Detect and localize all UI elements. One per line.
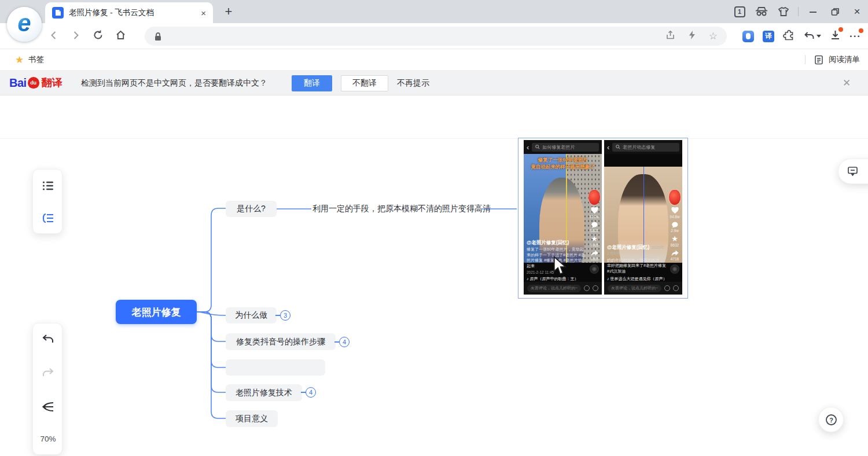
collapsed-count-badge-why[interactable]: 3 [280,310,290,321]
minimize-button[interactable] [802,0,824,23]
music-record-icon-right[interactable] [670,264,679,274]
extensions-icon[interactable] [783,30,795,43]
browser-menu-button[interactable]: ··· [849,31,861,42]
mention-icon-left[interactable] [593,285,598,291]
dont-remind-link[interactable]: 不再提示 [397,78,429,89]
favorite-star-icon-right[interactable]: ★ [671,235,678,242]
mindmap-connectors [0,139,868,456]
douyin-left-username[interactable]: @老照片修复(回忆) [527,240,586,245]
comment-bubble-icon-right[interactable] [671,222,678,228]
question-mark-icon: ? [825,414,837,426]
mindmap-node-tech[interactable]: 老照片修复技术 [226,384,302,401]
mouse-cursor [553,256,568,276]
comment-bubble-icon[interactable] [591,222,598,228]
comment-input-left[interactable]: 友善评论，说点儿好听的~ [527,285,581,292]
douyin-back-icon: ‹ [527,144,529,151]
translate-extension-icon[interactable]: 译 [763,31,774,42]
collapsed-count-badge-steps[interactable]: 4 [339,337,350,347]
emoji-icon-left[interactable] [584,285,590,291]
music-record-icon[interactable] [590,264,599,274]
bookmark-bar-separator [805,55,806,64]
douyin-right-description: 奶奶年轻时候唯一保存的照片，幸好把她修复回来了#老照片修复 #武汉加油 [607,258,666,274]
share-page-icon[interactable] [665,30,675,42]
browser-logo-letter: e [17,11,31,35]
mindmap-node-what[interactable]: 是什么? [226,201,277,217]
fit-to-center-button[interactable] [33,401,63,413]
no-translate-button[interactable]: 不翻译 [341,75,388,91]
mindmap-image-node[interactable]: ‹ 如何修复老照片 修复了一张60年老照片 [518,138,688,299]
mindmap-view-button[interactable] [33,202,63,234]
douyin-search-icon [535,145,540,149]
mindmap-canvas[interactable]: 老照片修复 是什么? 利用一定的手段，把原本模糊不清的照片变得高清 为什么做 3… [0,139,868,456]
mindmap-detail-text[interactable]: 利用一定的手段，把原本模糊不清的照片变得高清 [312,204,491,214]
tab-close-icon[interactable]: × [201,9,206,17]
zoom-level[interactable]: 70% [33,435,63,443]
quick-actions-lightning-icon[interactable] [688,30,696,42]
bookmark-folder-star-icon[interactable]: ★ [15,54,24,66]
downloads-alert-dot [838,27,843,32]
close-window-button[interactable]: × [846,0,868,23]
baidu-logo-bai: Bai [9,76,27,90]
theme-skin-icon[interactable] [773,0,795,23]
activity-sticker-icon-right [669,190,681,205]
like-heart-icon-right[interactable] [671,207,679,214]
douyin-right-caption: @老照片修复(回忆)2020年2月5日 奶奶年轻时候唯一保存的照片，幸好把她修复… [607,244,666,282]
address-bar[interactable]: ☆ [145,27,727,46]
mindmap-node-empty[interactable] [226,359,325,376]
translate-button[interactable]: 翻译 [292,75,332,91]
douyin-left-topbar: ‹ 如何修复老照片 [524,140,602,154]
view-switch-panel [32,169,62,234]
share-arrow-icon-right[interactable] [671,250,679,256]
translate-bar-close-icon[interactable]: ✕ [843,77,851,89]
home-button[interactable] [115,30,126,43]
reading-list-icon[interactable] [814,55,823,65]
redo-button[interactable] [33,367,63,378]
bookmark-star-icon[interactable]: ☆ [709,31,718,41]
outline-view-button[interactable] [33,170,63,202]
browser-tab-active[interactable]: 老照片修复 - 飞书云文档 × [45,2,213,23]
like-heart-icon[interactable] [591,207,598,214]
undo-dropdown-caret[interactable] [816,35,821,38]
undo-closed-tab-button[interactable] [804,31,821,41]
new-tab-button[interactable]: + [219,3,238,20]
comment-panel-toggle[interactable] [838,159,868,184]
forward-button[interactable] [71,30,81,43]
browser-logo[interactable]: e [7,7,42,42]
douyin-left-action-rail: 11.2w 5822 ★ 7965 1865 [589,190,600,274]
mention-icon-right[interactable] [673,285,679,291]
browser-window: e 老照片修复 - 飞书云文档 × + 1 [0,0,868,456]
restore-button[interactable] [824,0,846,23]
douyin-right-music[interactable]: ♪ 世界这么大还是遇见你（原声） [607,276,666,282]
photo-overlay-caption: 修复了一张60年老照片 竟自动起来的样子超乎想象了 [524,157,602,171]
menu-alert-dot [859,28,863,33]
favorite-star-icon-left[interactable]: ★ [591,235,598,242]
mindmap-node-meaning[interactable]: 项目意义 [226,410,278,427]
incognito-icon[interactable] [751,0,773,23]
help-button[interactable]: ? [818,407,844,432]
downloads-button[interactable] [830,30,841,43]
back-button[interactable] [49,30,59,43]
mindmap-node-why[interactable]: 为什么做 [226,307,277,323]
mindmap-node-steps[interactable]: 修复类抖音号的操作步骤 [226,333,336,350]
mindmap-root-node[interactable]: 老照片修复 [116,300,197,324]
baidu-translate-logo: Bai du 翻译 [9,76,62,90]
emoji-icon-right[interactable] [664,285,670,291]
window-controls: 1 × [729,0,868,23]
feishu-doc-header: 老照片修复 ☆ 我的空间 已经保存到云端 分享 ··· 0 [0,95,868,139]
douyin-left-comment-bar: 友善评论，说点儿好听的~ [524,282,602,295]
reading-list-label[interactable]: 阅读清单 [829,54,860,65]
douyin-left-music[interactable]: ♪ 原声（原声中的歌曲：王） [527,276,586,282]
bookmarks-label[interactable]: 书签 [28,54,44,65]
comment-icon [847,166,858,176]
share-arrow-icon[interactable] [591,250,598,256]
douyin-right-username[interactable]: @老照片修复(回忆)2020年2月5日 [607,244,666,256]
baidu-logo-product: 翻译 [42,76,62,90]
undo-button[interactable] [33,334,63,345]
tab-counter-button[interactable]: 1 [729,0,751,23]
collapsed-count-badge-tech[interactable]: 4 [306,387,316,398]
reload-button[interactable] [93,30,104,43]
mouse-gesture-extension-icon[interactable] [742,31,754,42]
secure-lock-icon [154,32,162,41]
comment-input-right[interactable]: 友善评论，说点儿好听的~ [608,285,661,292]
tab-title: 老照片修复 - 飞书云文档 [69,8,196,18]
